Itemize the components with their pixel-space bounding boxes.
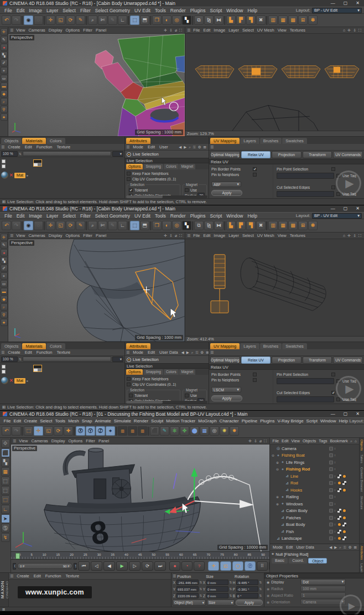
expand-toggle-icon[interactable]: ⊕ xyxy=(275,495,279,499)
viewport-menu-item[interactable]: View xyxy=(17,438,29,443)
layer-toggle-icon[interactable] xyxy=(329,453,333,457)
move-icon[interactable]: ✛ xyxy=(46,15,55,25)
uv-grid-2-icon[interactable]: ▥ xyxy=(268,15,278,25)
material-texture-thumbnail[interactable] xyxy=(33,159,42,167)
size-mode-dropdown[interactable]: Size▾ xyxy=(207,600,235,606)
object-name[interactable]: Line xyxy=(290,474,328,479)
perspective-viewport[interactable]: ☰ ViewCamerasDisplayOptionsFilterPanel ✛… xyxy=(8,27,185,136)
object-tree-row[interactable]: ⊕ ⌖ Windows ⠆ xyxy=(270,500,359,508)
move-icon[interactable]: ✛ xyxy=(34,426,43,436)
coordinate-mode-dropdown[interactable]: Object (Rel)▾ xyxy=(173,600,206,606)
layout-dropdown[interactable]: BP - UV Edit▾ xyxy=(312,213,362,219)
scale-icon[interactable]: ◱ xyxy=(44,426,53,436)
property-value[interactable]: 100 mm▾ xyxy=(300,586,346,592)
maximize-button[interactable]: ▢ xyxy=(344,0,348,7)
apply-button[interactable]: Apply xyxy=(211,395,242,401)
rotate-view-icon[interactable]: ⌀ xyxy=(174,28,178,33)
live-selection-icon[interactable]: ◉ xyxy=(24,15,33,25)
tool-option-tab[interactable]: Options xyxy=(126,164,143,169)
vertical-tab[interactable]: Takes xyxy=(360,454,363,463)
tag-icon[interactable] xyxy=(337,481,341,485)
delete-icon[interactable]: ✕ xyxy=(9,173,13,178)
menu-item[interactable]: File xyxy=(2,418,12,423)
dolly-view-icon[interactable]: ⇩ xyxy=(352,28,357,33)
attributes-panel-tab[interactable]: Attributes xyxy=(126,138,150,144)
layout-dropdown[interactable]: BP - UV Edit▾ xyxy=(312,8,362,13)
toolbar-separator[interactable] xyxy=(150,221,152,230)
maximize-view-icon[interactable]: ⛶ xyxy=(263,439,268,443)
figure-icon[interactable]: ✻ xyxy=(170,426,179,436)
uv-viewport-menu-item[interactable]: File xyxy=(191,28,201,33)
materials-zoom-slider[interactable] xyxy=(23,356,111,361)
uv-viewport-menu-item[interactable]: Image xyxy=(212,28,227,33)
layer-toggle-icon[interactable] xyxy=(329,461,333,464)
maximize-button[interactable]: ▢ xyxy=(344,205,348,212)
boat-canvas[interactable]: 8 xyxy=(11,445,269,551)
knife-icon[interactable]: ✄ xyxy=(98,15,107,25)
layer-toggle-icon[interactable] xyxy=(329,516,333,520)
play-overlay-icon[interactable]: ▶ xyxy=(336,376,361,401)
menu-item[interactable]: Mesh xyxy=(67,418,81,423)
materials-panel-tab[interactable]: Colors xyxy=(46,138,65,144)
expand-toggle-icon[interactable]: ⊖ xyxy=(271,453,275,457)
camera-lock-icon[interactable]: ⌂ xyxy=(342,234,346,238)
position-field[interactable]: 2220.09 mm xyxy=(176,593,199,598)
vertical-tab[interactable]: Attributes xyxy=(360,546,363,560)
visibility-dots-icon[interactable]: ⠆ xyxy=(334,502,336,506)
toolbar-separator[interactable] xyxy=(128,221,129,230)
material-name[interactable]: Mat xyxy=(14,378,26,384)
visibility-dots-icon[interactable]: ⠆ xyxy=(334,481,336,485)
materials-menu-item[interactable]: Create xyxy=(6,350,23,355)
uv-mode-button[interactable]: Optimal Mapping xyxy=(210,356,240,364)
tool-option-tab[interactable]: Colors xyxy=(164,369,179,375)
burger-icon[interactable]: ☰ xyxy=(10,574,13,578)
perspective-viewport[interactable]: ☰ ViewCamerasDisplayOptionsFilterPanel ✛… xyxy=(8,232,185,342)
layer-visibility-icon[interactable] xyxy=(2,164,6,168)
material-name[interactable]: Mat xyxy=(14,173,26,178)
uv-cross-icon[interactable]: ✖ xyxy=(256,15,266,25)
tag-icon[interactable] xyxy=(337,530,341,534)
coord-system-icon[interactable]: ⌖ xyxy=(106,426,115,436)
mirror-tool-icon[interactable]: ⧎ xyxy=(204,221,214,230)
visibility-dots-icon[interactable]: ⠆ xyxy=(334,461,336,464)
uv-viewport-menu-item[interactable]: File xyxy=(191,233,201,238)
uv-panel-tab[interactable]: Swatches xyxy=(282,343,307,349)
uv-mode-button[interactable]: Relax UV xyxy=(241,356,271,364)
play-overlay-icon[interactable]: ▶ xyxy=(336,170,361,196)
next-frame-button[interactable]: ▷ xyxy=(129,561,141,571)
object-name[interactable]: Railing xyxy=(286,494,328,499)
menu-item[interactable]: Layer xyxy=(44,8,60,13)
stepper-icon[interactable]: ⇅ xyxy=(199,581,202,584)
uv-panel-tab[interactable]: Layers xyxy=(240,138,259,144)
layer-toggle-icon[interactable] xyxy=(329,474,333,478)
object-tree-row[interactable]: ⊿ Boat Body ⠆ xyxy=(270,521,359,529)
attributes-menu-item[interactable]: User Data xyxy=(157,350,180,355)
brush-icon[interactable]: ✎ xyxy=(76,221,85,230)
pan-view-icon[interactable]: ✛ xyxy=(163,234,168,238)
uv-point-mode-icon[interactable]: ⬚ xyxy=(130,15,139,25)
star-icon[interactable]: ★ xyxy=(1,113,8,121)
rotation-field[interactable]: -0.381 ° xyxy=(236,586,258,592)
toolbar-separator[interactable] xyxy=(22,427,23,436)
menu-item[interactable]: Tools xyxy=(153,213,168,219)
lock-icon[interactable]: ⚿ xyxy=(342,545,347,550)
toolbar-separator[interactable] xyxy=(86,221,87,230)
checkbox[interactable] xyxy=(185,188,189,192)
perspective-canvas[interactable]: Perspective Grid Spacing : 1000 mm xyxy=(8,239,185,342)
viewport-menu-item[interactable]: Cameras xyxy=(29,438,49,443)
menu-item[interactable]: Tools xyxy=(54,418,67,423)
pin-icon[interactable]: ⚲ xyxy=(1,106,8,113)
viewport-menu-item[interactable]: Cameras xyxy=(27,28,46,33)
layer-toggle-icon[interactable] xyxy=(329,495,333,499)
cut-edges-tag-field[interactable] xyxy=(277,191,334,197)
menu-item[interactable]: MoGraph xyxy=(197,418,218,423)
viewport-menu-item[interactable]: Cameras xyxy=(27,233,46,238)
panel-icon[interactable]: ⊞ xyxy=(353,545,358,550)
goto-start-button[interactable]: ⏮ xyxy=(78,561,90,571)
minimize-button[interactable]: — xyxy=(331,411,335,417)
menu-item[interactable]: UV Edit xyxy=(132,213,153,219)
make-editable-icon[interactable]: ⟐ xyxy=(1,439,10,448)
stepper-icon[interactable]: ⇅ xyxy=(19,358,22,361)
uv-viewport-menu-item[interactable]: UV Mesh xyxy=(256,28,276,33)
toolbar-separator[interactable] xyxy=(192,16,194,25)
